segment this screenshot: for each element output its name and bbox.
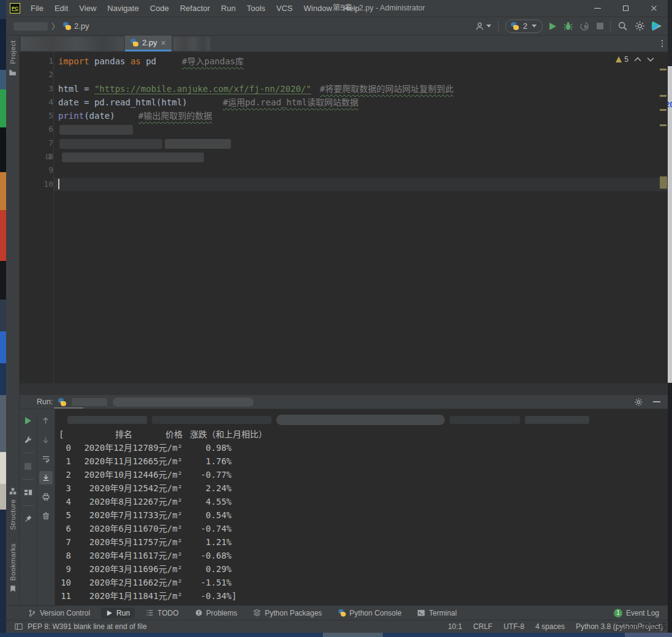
- breadcrumb-redacted: [13, 22, 48, 31]
- tool-button-structure[interactable]: Structure: [9, 499, 17, 530]
- warning-mark[interactable]: [660, 69, 666, 70]
- args-date: (date): [84, 111, 115, 121]
- tool-button-todo[interactable]: TODO: [141, 608, 183, 619]
- menu-file[interactable]: File: [25, 0, 49, 17]
- warning-mark[interactable]: [660, 124, 666, 126]
- scroll-to-end-button-active[interactable]: [39, 471, 53, 484]
- cell-change: -0.74%: [183, 522, 232, 535]
- up-stack-trace-button[interactable]: [39, 414, 53, 428]
- run-configuration-selector[interactable]: 2: [505, 20, 543, 33]
- menu-vcs[interactable]: VCS: [271, 0, 298, 17]
- tabs-options-icon[interactable]: [662, 40, 663, 47]
- warning-mark[interactable]: [660, 109, 666, 111]
- tool-button-terminal[interactable]: Terminal: [412, 608, 461, 619]
- console-header-row: [ 排名 价格 涨跌（和上月相比）: [59, 428, 668, 441]
- id-html: html: [58, 84, 79, 94]
- run-button[interactable]: [549, 23, 556, 30]
- soft-wrap-button[interactable]: [39, 452, 53, 466]
- run-tab-name-redacted[interactable]: [72, 398, 107, 406]
- string-url[interactable]: "https://mobile.anjuke.com/xf/fj-nn/2020…: [94, 84, 311, 94]
- rerun-button[interactable]: [21, 414, 35, 428]
- search-everywhere-button[interactable]: [617, 21, 628, 31]
- coverage-button-disabled[interactable]: [580, 21, 590, 31]
- hide-panel-icon[interactable]: [653, 401, 660, 402]
- cell-index: 3: [59, 481, 71, 495]
- restore-layout-button[interactable]: [21, 486, 35, 499]
- kw-import: import: [58, 56, 89, 66]
- inspection-count: 5: [624, 55, 629, 64]
- print-button[interactable]: [39, 490, 53, 503]
- cell-price: 12267元/m²: [132, 495, 183, 508]
- tab-close-icon[interactable]: ×: [161, 39, 166, 47]
- breadcrumb-file[interactable]: 2.py: [74, 21, 89, 31]
- line-number: 6: [40, 123, 53, 136]
- packages-icon: [253, 609, 261, 617]
- cell-index: 4: [59, 495, 71, 508]
- code-area[interactable]: importpandasaspd#导入pandas库 html="https:/…: [54, 52, 668, 383]
- editor-tab-redacted[interactable]: [173, 37, 210, 51]
- code-editor[interactable]: 1 2 3 4 5 6 7 8 9 10 importpandasaspd#导入…: [20, 52, 668, 383]
- edit-configuration-button[interactable]: [21, 433, 35, 447]
- inspections-widget[interactable]: 5: [616, 55, 654, 64]
- fold-marker-icon[interactable]: [46, 154, 51, 159]
- tool-button-bookmarks[interactable]: Bookmarks: [9, 543, 17, 581]
- file-encoding[interactable]: UTF-8: [504, 622, 524, 631]
- python-file-icon: [63, 22, 71, 30]
- next-problem-icon[interactable]: [647, 57, 654, 62]
- layout-toggle-icon[interactable]: [15, 623, 23, 630]
- col-change: 涨跌（和上月相比）: [183, 428, 267, 441]
- tool-button-run-active[interactable]: Run: [101, 608, 135, 619]
- tool-button-problems[interactable]: Problems: [190, 608, 243, 619]
- cell-month: 2020年9月: [71, 481, 132, 495]
- menu-window[interactable]: Window: [298, 0, 338, 17]
- editor-gutter[interactable]: 1 2 3 4 5 6 7 8 9 10: [20, 52, 54, 383]
- tool-button-python-packages[interactable]: Python Packages: [248, 608, 327, 619]
- debug-button[interactable]: [563, 21, 573, 31]
- console-rows: 02020年12月12789元/m²0.98%12020年11月12665元/m…: [59, 441, 668, 603]
- menu-navigate[interactable]: Navigate: [102, 0, 144, 17]
- menu-view[interactable]: View: [74, 0, 102, 17]
- stop-button-disabled[interactable]: [21, 459, 35, 473]
- editor-tab-active[interactable]: 2.py ×: [125, 36, 172, 51]
- settings-gear-icon[interactable]: [635, 21, 645, 31]
- chevron-down-icon: [486, 24, 491, 28]
- menu-code[interactable]: Code: [145, 0, 175, 17]
- users-button[interactable]: [475, 21, 491, 31]
- line-number: 5: [40, 109, 53, 123]
- error-stripe[interactable]: [659, 52, 668, 383]
- structure-icon: [9, 488, 17, 495]
- scrollbar-thumb[interactable]: [660, 176, 667, 189]
- stop-button-disabled[interactable]: [597, 23, 603, 29]
- tool-button-version-control[interactable]: Version Control: [23, 608, 95, 619]
- event-log-button[interactable]: 1 Event Log: [614, 609, 659, 617]
- maximize-button[interactable]: [611, 0, 640, 17]
- editor-tabs-bar: 2.py ×: [20, 36, 668, 52]
- menu-refactor[interactable]: Refactor: [175, 0, 216, 17]
- cell-month: 2020年12月: [71, 441, 132, 454]
- tool-button-project[interactable]: Project: [9, 40, 17, 64]
- ide-feature-icon[interactable]: [652, 21, 662, 31]
- menu-edit[interactable]: Edit: [49, 0, 74, 17]
- status-message[interactable]: PEP 8: W391 blank line at end of file: [28, 622, 147, 631]
- interpreter[interactable]: Python 3.8 (pythonProject): [576, 622, 663, 631]
- down-stack-trace-button[interactable]: [39, 433, 53, 447]
- cell-change: -0.77%: [183, 468, 232, 481]
- minimize-button[interactable]: [583, 0, 611, 17]
- line-separator[interactable]: CRLF: [474, 622, 493, 631]
- menu-run[interactable]: Run: [216, 0, 241, 17]
- menu-tools[interactable]: Tools: [241, 0, 271, 17]
- tool-button-python-console[interactable]: Python Console: [333, 608, 407, 619]
- caret-position[interactable]: 10:1: [448, 622, 462, 631]
- run-tab-redacted: [113, 398, 254, 407]
- editor-tab-redacted[interactable]: [21, 37, 124, 51]
- run-settings-gear-icon[interactable]: [634, 398, 643, 407]
- clear-console-button[interactable]: [39, 509, 53, 522]
- console-table-row: 82020年4月11617元/m²-0.68%: [59, 549, 668, 562]
- prev-problem-icon[interactable]: [634, 57, 641, 62]
- warning-mark[interactable]: [660, 95, 666, 97]
- cell-month: 2020年3月: [71, 562, 132, 576]
- editor-run-splitter[interactable]: [20, 383, 668, 395]
- indent-style[interactable]: 4 spaces: [535, 622, 565, 631]
- pin-tab-button[interactable]: [21, 512, 35, 526]
- close-button[interactable]: [640, 0, 668, 17]
